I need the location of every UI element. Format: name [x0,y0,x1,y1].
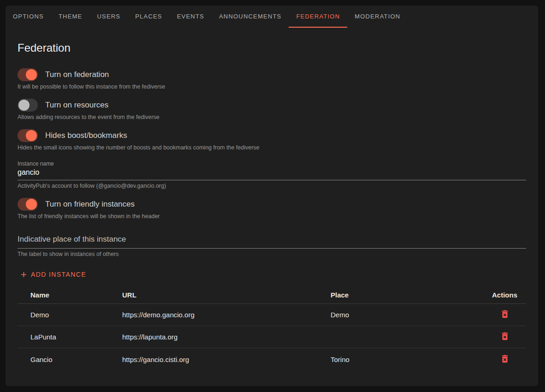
instance-name-cell: Gancio [18,356,115,363]
instance-name-cell: Demo [18,311,115,319]
hides-boost-bookmarks-toggle[interactable] [18,129,38,142]
instance-place-cell: Demo [323,311,483,319]
switch-thumb [26,69,37,80]
admin-settings-card: OPTIONS THEME USERS PLACES EVENTS ANNOUN… [6,6,538,386]
instance-name-hint: ActivityPub's account to follow (@gancio… [18,183,526,190]
delete-instance-button[interactable] [498,331,511,344]
turn-on-federation-toggle[interactable] [18,68,38,81]
federation-toggle-row: Turn on federation [18,68,526,81]
indicative-place-hint: The label to show in instances of others [18,251,526,258]
table-row: LaPunta https://lapunta.org [18,326,526,348]
federation-settings-panel: Federation Turn on federation It will be… [6,42,538,370]
trash-delete-icon [500,309,510,321]
column-header-url: URL [115,291,323,299]
instance-name-cell: LaPunta [18,333,115,341]
friendly-instances-table: Name URL Place Actions Demo https://demo… [18,286,526,370]
friendly-toggle-row: Turn on friendly instances [18,198,526,211]
admin-tab-bar: OPTIONS THEME USERS PLACES EVENTS ANNOUN… [6,6,538,28]
column-header-place: Place [323,291,483,299]
switch-thumb [26,130,37,141]
instance-name-field: Instance name ActivityPub's account to f… [18,160,526,190]
tab-federation[interactable]: FEDERATION [289,6,347,28]
page-title: Federation [18,42,526,54]
table-body: Demo https://demo.gancio.org Demo LaPunt… [18,304,526,370]
trash-delete-icon [500,331,510,343]
resources-toggle-row: Turn on resources [18,99,526,112]
instance-name-label: Instance name [18,160,526,167]
toggle-hint: Hides the small icons showing the number… [18,144,526,151]
plus-icon [19,270,28,279]
indicative-place-input[interactable] [18,235,526,249]
toggle-label: Turn on friendly instances [45,200,135,209]
toggle-hint: Allows adding resources to the event fro… [18,114,526,121]
toggle-hint: It will be possible to follow this insta… [18,83,526,90]
tab-users[interactable]: USERS [89,6,128,28]
instance-url-cell: https://demo.gancio.org [115,311,323,319]
switch-thumb [18,100,30,111]
tab-places[interactable]: PLACES [128,6,170,28]
instance-name-input[interactable] [18,167,526,180]
column-header-name: Name [18,291,115,299]
toggle-label: Turn on resources [45,101,108,110]
indicative-place-field: The label to show in instances of others [18,235,526,258]
table-row: Gancio https://gancio.cisti.org Torino [18,348,526,370]
tab-options[interactable]: OPTIONS [6,6,51,28]
switch-thumb [26,199,37,210]
toggle-hint: The list of friendly instances will be s… [18,213,526,220]
instance-url-cell: https://lapunta.org [115,333,323,341]
instance-url-cell: https://gancio.cisti.org [115,356,323,363]
table-header-row: Name URL Place Actions [18,286,526,304]
delete-instance-button[interactable] [498,353,511,366]
turn-on-friendly-instances-toggle[interactable] [18,198,38,211]
add-instance-label: ADD INSTANCE [31,271,86,278]
trash-delete-icon [500,354,510,365]
tab-moderation[interactable]: MODERATION [347,6,408,28]
table-row: Demo https://demo.gancio.org Demo [18,304,526,326]
tab-theme[interactable]: THEME [51,6,90,28]
tab-announcements[interactable]: ANNOUNCEMENTS [212,6,289,28]
boost-toggle-row: Hides boost/bookmarks [18,129,526,142]
instance-place-cell: Torino [323,356,483,363]
delete-instance-button[interactable] [498,309,511,321]
add-instance-button[interactable]: ADD INSTANCE [18,268,88,281]
column-header-actions: Actions [483,291,526,299]
tab-events[interactable]: EVENTS [170,6,212,28]
turn-on-resources-toggle[interactable] [18,99,38,112]
toggle-label: Turn on federation [45,70,109,79]
toggle-label: Hides boost/bookmarks [45,131,127,140]
